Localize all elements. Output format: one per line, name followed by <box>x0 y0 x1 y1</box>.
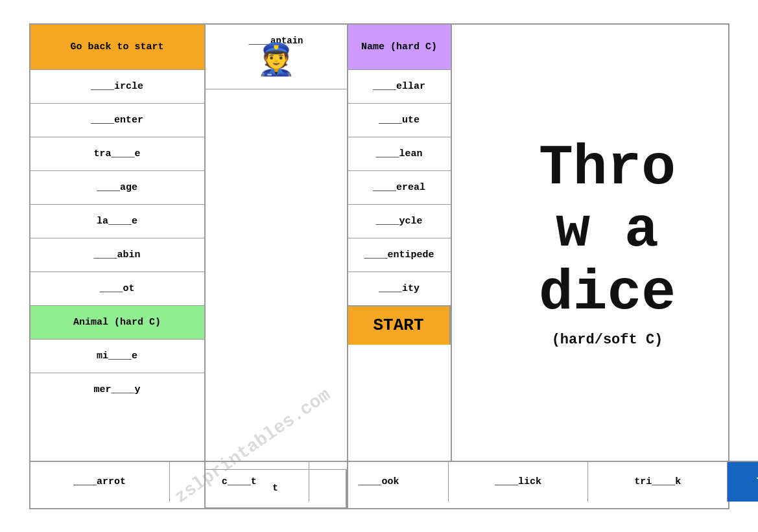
ook-label: ____ook <box>358 476 399 487</box>
trace-label: tra____e <box>93 148 140 159</box>
throw-line2: w a <box>556 198 658 262</box>
mid-column: ____aptain 👮 t <box>206 25 348 508</box>
ct-label: c____t <box>222 476 257 487</box>
lace-cell: la____e <box>30 205 204 238</box>
throw-text: Thro w a dice <box>539 137 676 325</box>
ellar-label: ____ellar <box>373 81 425 92</box>
enter-cell: ____enter <box>30 104 204 137</box>
trick-label: tri____k <box>634 476 681 487</box>
thing-cell: Thing (soft C) <box>728 462 758 502</box>
ook-cell: ____ook <box>309 462 449 502</box>
center-area: Thro w a dice (hard/soft C) <box>452 25 759 461</box>
ereal-label: ____ereal <box>373 182 425 193</box>
hardc-column: Name (hard C) ____ellar ____ute ____lean… <box>348 25 452 461</box>
animal-cell: Animal (hard C) <box>30 306 204 340</box>
mid-empty <box>206 89 347 469</box>
subtitle: (hard/soft C) <box>552 332 663 348</box>
age-label: ____age <box>97 182 137 193</box>
ellar-cell: ____ellar <box>348 70 451 104</box>
lace-label: la____e <box>97 216 137 227</box>
captain-icon: 👮 <box>257 46 296 77</box>
go-back-label: Go back to start <box>70 41 163 52</box>
mice-label: mi____e <box>97 351 137 362</box>
lean-cell: ____lean <box>348 137 451 171</box>
ot-label: ____ot <box>99 283 134 294</box>
entipede-label: ____entipede <box>364 249 434 260</box>
lean-label: ____lean <box>375 148 422 159</box>
entipede-cell: ____entipede <box>348 238 451 272</box>
start-cell: START <box>348 306 451 345</box>
game-board: Go back to start ____ircle ____enter tra… <box>29 23 729 509</box>
enter-label: ____enter <box>91 115 143 126</box>
go-back-cell: Go back to start <box>30 25 204 70</box>
age-cell: ____age <box>30 171 204 205</box>
ct-cell: c____t <box>170 462 309 502</box>
captain-cell: ____aptain 👮 <box>206 25 347 89</box>
abin-cell: ____abin <box>30 238 204 272</box>
ircle-label: ____ircle <box>91 81 143 92</box>
ircle-cell: ____ircle <box>30 70 204 104</box>
abin-label: ____abin <box>93 249 140 260</box>
ity-cell: ____ity <box>348 272 451 306</box>
ereal-cell: ____ereal <box>348 171 451 205</box>
start-label: START <box>373 316 423 335</box>
carrot-cell: ____arrot <box>30 462 170 502</box>
ute-label: ____ute <box>379 115 420 126</box>
carrot-label: ____arrot <box>73 476 126 487</box>
bottom-row: ____arrot c____t ____ook ____lick tri___… <box>30 461 759 502</box>
trick-cell: tri____k <box>588 462 728 502</box>
ity-label: ____ity <box>379 283 420 294</box>
animal-label: Animal (hard C) <box>73 317 161 328</box>
ycle-cell: ____ycle <box>348 205 451 238</box>
hardc-header-cell: Name (hard C) <box>348 25 451 70</box>
left-column: Go back to start ____ircle ____enter tra… <box>30 25 206 508</box>
click-cell: ____lick <box>449 462 588 502</box>
ute-cell: ____ute <box>348 104 451 137</box>
ycle-label: ____ycle <box>375 216 422 227</box>
hardc-header-label: Name (hard C) <box>361 41 437 52</box>
mercy-label: mer____y <box>93 384 140 395</box>
trace-cell: tra____e <box>30 137 204 171</box>
mice-cell: mi____e <box>30 340 204 373</box>
mercy-cell: mer____y <box>30 373 204 407</box>
throw-line3: dice <box>539 261 676 325</box>
throw-line1: Thro <box>539 136 676 200</box>
ot-cell: ____ot <box>30 272 204 306</box>
click-label: ____lick <box>495 476 541 487</box>
